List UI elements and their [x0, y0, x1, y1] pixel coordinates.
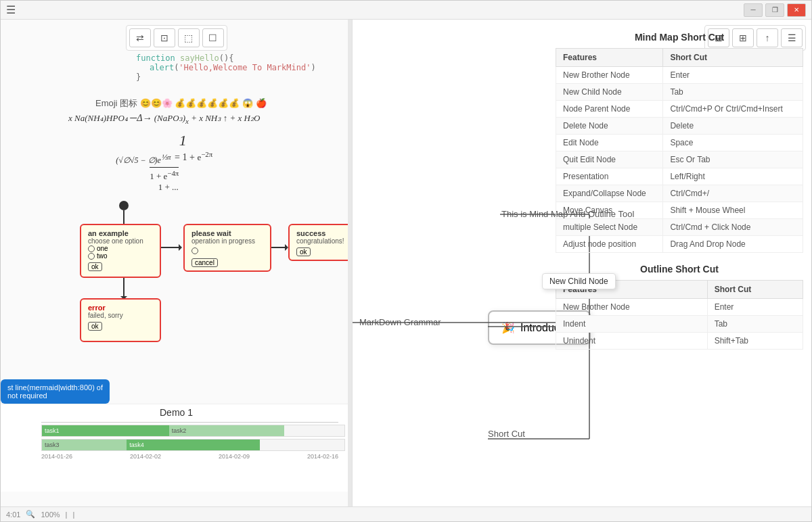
- code-line-2: alert('Hello,Welcome To MarkMind'): [136, 63, 316, 72]
- node-ok-button[interactable]: ok: [88, 262, 153, 270]
- gantt-area: Demo 1 task1 task2: [1, 404, 352, 492]
- arrow-to-first: [123, 210, 125, 224]
- mindmap-col-feature: Features: [556, 49, 663, 67]
- node-success-subtitle: congratulations!: [296, 237, 348, 245]
- node-example-title: an example: [88, 229, 153, 237]
- gantt-bar-task4: task4: [127, 440, 260, 450]
- canvas-area: ⇄ ⊡ ⬚ ☐ function sayHello(){ alert('Hell…: [1, 20, 353, 506]
- feature-cell: Move Canvas: [556, 202, 663, 219]
- table-row: Node Parent NodeCtrl/Cmd+P Or Ctrl/Cmd+I…: [556, 101, 803, 118]
- node-success-title: success: [296, 229, 348, 237]
- hamburger-icon[interactable]: ☰: [6, 3, 16, 16]
- title-bar: ☰ ─ ❐ ✕: [1, 1, 811, 20]
- status-extra: |: [72, 511, 74, 519]
- feature-cell: Indent: [556, 316, 708, 333]
- table-row: PresentationLeft/Right: [556, 168, 803, 185]
- node-option-one: one: [88, 245, 153, 252]
- shortcut-cell: Space: [663, 135, 803, 151]
- layout-button[interactable]: ⊡: [154, 28, 175, 47]
- mermaid-diagram: an example choose one option one two ok …: [38, 201, 329, 383]
- node-error-subtitle: failed, sorry: [88, 312, 153, 319]
- print-button[interactable]: ⬚: [178, 28, 200, 47]
- gantt-bar-task1: task1: [42, 425, 169, 436]
- feature-cell: Quit Edit Node: [556, 151, 663, 168]
- node-error-title: error: [88, 304, 153, 312]
- mindmap-col-shortcut: Short Cut: [663, 49, 803, 67]
- close-button[interactable]: ✕: [787, 3, 806, 17]
- table-row: Delete NodeDelete: [556, 118, 803, 135]
- node-example-subtitle: choose one option: [88, 237, 153, 245]
- feature-cell: Adjust node position: [556, 236, 663, 253]
- gantt-row-2: task3 task4: [7, 438, 345, 452]
- outline-shortcut-table: Features Short Cut New Brother NodeEnter…: [556, 280, 803, 350]
- outline-col-shortcut: Short Cut: [707, 281, 803, 299]
- feature-cell: Node Parent Node: [556, 101, 663, 118]
- shortcut-cell: Left/Right: [663, 168, 803, 185]
- flow-node-error: error failed, sorry ok: [80, 298, 161, 342]
- new-child-node-label: New Child Node: [549, 277, 608, 286]
- shortcut-cell: Delete: [663, 118, 803, 135]
- table-row: multiple Select NodeCtrl/Cmd + Click Nod…: [556, 219, 803, 236]
- status-bar: 4:01 🔍 100% | |: [1, 506, 811, 521]
- table-row: Quit Edit NodeEsc Or Tab: [556, 151, 803, 168]
- feature-cell: New Child Node: [556, 84, 663, 101]
- node-cancel-button[interactable]: cancel: [191, 258, 263, 266]
- table-row: IndentTab: [556, 316, 803, 333]
- feature-cell: Unindent: [556, 333, 708, 350]
- feature-cell: New Brother Node: [556, 299, 708, 316]
- minimize-button[interactable]: ─: [744, 3, 763, 17]
- restore-button[interactable]: ❐: [765, 3, 784, 17]
- main-toolbar: ⇄ ⊡ ⬚ ☐: [126, 25, 227, 51]
- shortcut-cell: Shift+Tab: [707, 333, 803, 350]
- flow-node-wait: please wait operation in progress cancel: [183, 224, 271, 272]
- gantt-title: Demo 1: [1, 407, 352, 418]
- table-row: New Brother NodeEnter: [556, 299, 803, 316]
- table-row: New Brother NodeEnter: [556, 67, 803, 84]
- status-time: 4:01: [6, 511, 20, 519]
- gantt-bar-task3: task3: [42, 440, 133, 450]
- code-keyword: function: [136, 53, 175, 63]
- math-formula-2: 1 (√∅√5 − ∅)e⅓π = 1 + e−2π 1 + e−4π 1 + …: [68, 132, 260, 193]
- feature-cell: multiple Select Node: [556, 219, 663, 236]
- shortcut-cell: Enter: [663, 67, 803, 84]
- node-error-ok[interactable]: ok: [88, 322, 153, 330]
- table-row: Move CanvasShift + Mouse Wheel: [556, 202, 803, 219]
- feature-cell: Expand/Collapse Node: [556, 185, 663, 202]
- math-formula-1: x Na(NH₄)HPO₄ ─Δ→ (NaPO₃)x + x NH₃ ↑ + x…: [68, 113, 260, 125]
- shortcut-cell: Tab: [707, 316, 803, 333]
- gantt-dates: 2014-01-26 2014-02-02 2014-02-09 2014-02…: [41, 453, 338, 460]
- feature-cell: Presentation: [556, 168, 663, 185]
- mindmap-shortcut-title: Mind Map Short Cut: [556, 32, 803, 43]
- feature-cell: Edit Node: [556, 135, 663, 151]
- tooltip-bubble: st line(mermaid|width:800) of not requir…: [1, 379, 110, 404]
- app-window: ☰ ─ ❐ ✕ ⇄ ⊡ ⬚ ☐ function sayHello(){ ale…: [0, 0, 812, 522]
- code-line-1: function sayHello(){: [136, 53, 316, 63]
- node-wait-subtitle: operation in progress: [191, 237, 263, 245]
- expand-button[interactable]: ☐: [202, 28, 224, 47]
- zoom-icon[interactable]: 🔍: [26, 510, 35, 519]
- table-row: Adjust node positionDrag And Drop Node: [556, 236, 803, 253]
- arrow-to-error: [123, 278, 125, 298]
- feature-cell: Delete Node: [556, 118, 663, 135]
- node-wait-title: please wait: [191, 229, 263, 237]
- mindmap-shortcut-table: Features Short Cut New Brother NodeEnter…: [556, 48, 803, 253]
- canvas-scrollbar[interactable]: [348, 20, 352, 506]
- right-panel: ⊟ ⊞ ↑ ☰ This is Mind Map And Outline Too…: [353, 20, 811, 506]
- feature-cell: New Brother Node: [556, 67, 663, 84]
- code-line-3: }: [136, 72, 316, 82]
- table-row: UnindentShift+Tab: [556, 333, 803, 350]
- node-wait-radio: [191, 247, 198, 254]
- node-success-ok[interactable]: ok: [296, 247, 348, 256]
- code-block: function sayHello(){ alert('Hello,Welcom…: [136, 53, 316, 82]
- markdown-grammar-label: MarkDown Grammar: [359, 317, 441, 327]
- window-controls: ─ ❐ ✕: [744, 3, 806, 17]
- shortcut-cell: Ctrl/Cmd+/: [663, 185, 803, 202]
- emoji-line: Emoji 图标 😊😊🌸 💰💰💰💰💰💰 😱 🍎: [95, 97, 267, 110]
- flow-start-node: [119, 201, 129, 210]
- shortcut-cell: Enter: [707, 299, 803, 316]
- shortcut-cell: Drag And Drop Node: [663, 236, 803, 253]
- gantt-row-1: task1 task2: [7, 424, 345, 437]
- import-export-button[interactable]: ⇄: [129, 28, 151, 47]
- flow-node-success: success congratulations! ok: [288, 224, 353, 261]
- title-bar-left: ☰: [6, 3, 16, 16]
